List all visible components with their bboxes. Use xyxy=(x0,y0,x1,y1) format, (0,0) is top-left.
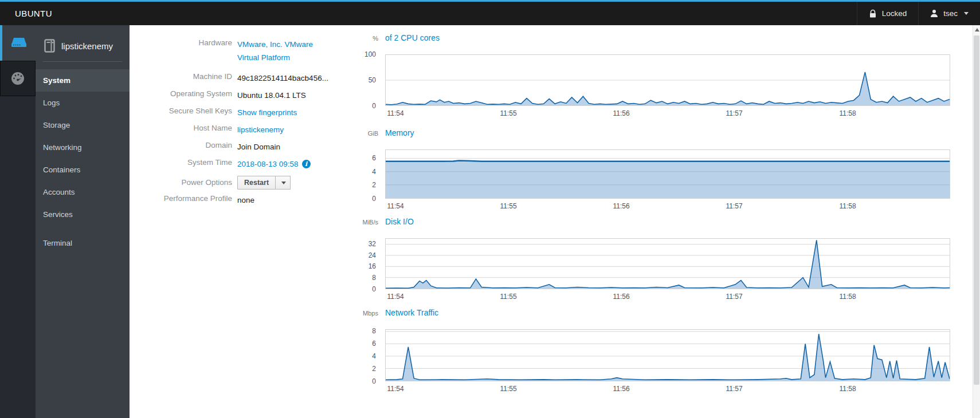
x-tick-label: 11:57 xyxy=(721,293,747,301)
field-row-domain: Domain Join Domain xyxy=(138,140,344,153)
y-tick-label: 50 xyxy=(342,76,376,84)
x-tick-label: 11:54 xyxy=(382,293,409,301)
locked-indicator[interactable]: Locked xyxy=(857,2,919,25)
y-tick-label: 4 xyxy=(342,352,376,360)
y-tick-label: 0 xyxy=(342,102,376,110)
y-tick-label: 6 xyxy=(342,154,376,162)
gauge-icon xyxy=(10,71,25,86)
sidebar-item-accounts[interactable]: Accounts xyxy=(36,181,130,203)
y-tick-label: 100 xyxy=(342,50,376,58)
sidebar-item-logs[interactable]: Logs xyxy=(36,92,130,114)
chevron-down-icon xyxy=(281,182,286,184)
sidebar-item-label: Terminal xyxy=(43,239,72,247)
system-time-link[interactable]: 2018-08-13 09:58 xyxy=(237,157,299,171)
y-tick-label: 32 xyxy=(342,240,376,248)
sidebar-item-services[interactable]: Services xyxy=(36,203,130,226)
machine-id-value: 49c1822514114bacb456... xyxy=(237,72,328,85)
hardware-link[interactable]: VMware, Inc. VMware Virtual Platform xyxy=(237,40,313,62)
x-tick-label: 11:56 xyxy=(608,293,634,301)
x-tick-label: 11:54 xyxy=(382,385,409,393)
sidebar-item-containers[interactable]: Containers xyxy=(36,159,130,181)
y-tick-label: 2 xyxy=(342,365,376,373)
field-label: Power Options xyxy=(138,175,232,187)
disk-unit-label: MiB/s xyxy=(338,219,385,226)
sidebar-item-networking[interactable]: Networking xyxy=(36,136,130,159)
x-tick-label: 11:57 xyxy=(721,202,747,210)
y-tick-label: 0 xyxy=(342,285,376,293)
locked-label: Locked xyxy=(882,9,907,18)
x-tick-label: 11:54 xyxy=(382,202,409,210)
sidebar-item-label: System xyxy=(43,76,70,85)
system-info-panel: Hardware VMware, Inc. VMware Virtual Pla… xyxy=(138,38,344,211)
y-tick-label: 0 xyxy=(342,195,376,203)
sidebar-item-label: Services xyxy=(43,210,73,219)
scrollbar-thumb[interactable] xyxy=(974,36,979,385)
cpu-unit-label: % xyxy=(338,35,385,42)
user-name: tsec xyxy=(943,9,958,18)
field-row-host-name: Host Name lipstickenemy xyxy=(138,123,344,136)
memory-chart: GiB Memory 0246 11:5411:5511:5611:5711:5… xyxy=(338,128,958,140)
os-value: Ubuntu 18.04.1 LTS xyxy=(237,89,306,102)
show-fingerprints-link[interactable]: Show fingerprints xyxy=(237,108,297,117)
x-tick-label: 11:57 xyxy=(721,109,747,117)
disk-chart-title-link[interactable]: Disk I/O xyxy=(385,217,414,226)
y-tick-label: 8 xyxy=(342,274,376,282)
host-name-link[interactable]: lipstickenemy xyxy=(237,125,284,134)
disk-plot-area xyxy=(385,238,950,289)
x-tick-label: 11:56 xyxy=(608,385,634,393)
field-label: Machine ID xyxy=(138,72,232,81)
server-icon xyxy=(10,37,28,49)
field-label: Performance Profile xyxy=(138,194,232,203)
cockpit-page: UBUNTU Locked tsec xyxy=(0,0,980,418)
sidebar-item-terminal[interactable]: Terminal xyxy=(36,232,130,254)
lock-icon xyxy=(869,9,877,18)
x-tick-label: 11:56 xyxy=(608,109,634,117)
sidebar-item-label: Accounts xyxy=(43,188,75,196)
sidebar-item-system[interactable]: System xyxy=(36,69,130,92)
x-tick-label: 11:58 xyxy=(834,293,861,301)
sidebar-item-storage[interactable]: Storage xyxy=(36,114,130,136)
field-row-hardware: Hardware VMware, Inc. VMware Virtual Pla… xyxy=(138,38,344,64)
y-tick-label: 6 xyxy=(342,340,376,348)
performance-profile-value: none xyxy=(237,194,254,207)
y-tick-label: 24 xyxy=(342,251,376,259)
network-plot-area xyxy=(385,329,950,381)
x-tick-label: 11:58 xyxy=(834,202,861,210)
dashboard-tab[interactable] xyxy=(0,61,36,96)
cpu-chart-title-link[interactable]: of 2 CPU cores xyxy=(385,33,440,42)
field-label: System Time xyxy=(138,157,232,167)
x-tick-label: 11:58 xyxy=(834,385,861,393)
sidebar-item-label: Storage xyxy=(43,121,70,129)
host-machine-tab[interactable] xyxy=(0,25,36,61)
sidebar-host-header[interactable]: lipstickenemy xyxy=(36,25,130,56)
page-scrollbar[interactable] xyxy=(973,25,980,418)
memory-chart-title-link[interactable]: Memory xyxy=(385,128,414,137)
x-tick-label: 11:55 xyxy=(495,293,522,301)
restart-button[interactable]: Restart xyxy=(237,176,276,190)
user-menu[interactable]: tsec xyxy=(918,2,980,25)
x-tick-label: 11:54 xyxy=(382,109,409,117)
topbar-controls: Locked tsec xyxy=(857,2,980,25)
y-tick-label: 16 xyxy=(342,262,376,270)
x-tick-label: 11:55 xyxy=(495,109,522,117)
field-label: Host Name xyxy=(138,123,232,132)
network-traffic-chart: Mbps Network Traffic 02468 11:5411:5511:… xyxy=(338,308,958,320)
y-tick-label: 2 xyxy=(342,181,376,189)
scrollbar-up-arrow-icon[interactable] xyxy=(975,28,979,31)
field-label: Hardware xyxy=(138,38,232,47)
user-icon xyxy=(930,9,938,18)
top-bar: UBUNTU Locked tsec xyxy=(0,0,980,25)
network-chart-title-link[interactable]: Network Traffic xyxy=(385,308,438,317)
power-options-caret-button[interactable] xyxy=(276,176,291,190)
field-row-machine-id: Machine ID 49c1822514114bacb456... xyxy=(138,72,344,85)
network-unit-label: Mbps xyxy=(338,310,385,317)
field-row-performance-profile: Performance Profile none xyxy=(138,194,344,207)
sidebar-divider xyxy=(43,61,122,62)
domain-value[interactable]: Join Domain xyxy=(237,140,280,153)
info-icon[interactable]: i xyxy=(302,160,311,168)
sidebar-item-label: Logs xyxy=(43,98,60,107)
x-tick-label: 11:55 xyxy=(495,385,522,393)
cpu-plot-area xyxy=(385,54,950,106)
sidebar-item-label: Containers xyxy=(43,165,80,174)
memory-plot-area xyxy=(385,149,950,199)
